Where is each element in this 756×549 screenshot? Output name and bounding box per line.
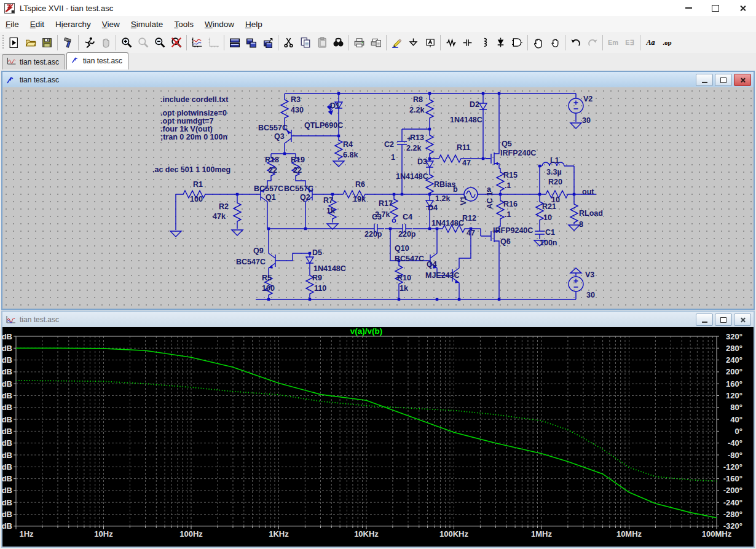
maximize-icon: [712, 5, 719, 12]
menu-edit[interactable]: Edit: [25, 17, 50, 31]
menu-tools[interactable]: Tools: [168, 17, 199, 31]
y-right-tick-label: 120°: [726, 391, 742, 400]
x-tick-label: 100MHz: [702, 529, 732, 539]
y-left-tick-label: 10dB: [2, 438, 12, 448]
toolbar-separator: [527, 35, 528, 50]
menu-view[interactable]: View: [96, 17, 125, 31]
tab-waveform[interactable]: tian test.asc: [2, 54, 65, 69]
close-button[interactable]: [729, 0, 756, 16]
open-icon[interactable]: [22, 34, 39, 52]
component-label: MJE243C: [425, 272, 460, 280]
drag-icon[interactable]: [546, 34, 563, 52]
control-panel-icon[interactable]: [60, 34, 76, 52]
minimize-icon: [702, 322, 707, 323]
y-right-tick-label: 40°: [730, 415, 742, 424]
component-label: 10: [543, 214, 552, 222]
move-icon[interactable]: [530, 34, 546, 52]
component-label: 47k: [213, 213, 226, 221]
component-label: R9: [312, 274, 322, 282]
menu-file[interactable]: File: [0, 17, 25, 31]
component-label: out: [582, 188, 594, 196]
pause-icon[interactable]: [97, 34, 114, 52]
print-icon[interactable]: [351, 34, 368, 52]
print-preview-icon[interactable]: [368, 34, 384, 52]
redo-icon[interactable]: [584, 34, 600, 52]
plot-minimize-button[interactable]: [696, 314, 713, 326]
component-label: 1N4148C: [313, 265, 346, 273]
edit-e1-icon[interactable]: Em: [605, 34, 621, 52]
component-label: L1: [550, 157, 559, 165]
menu-window[interactable]: Window: [199, 17, 240, 31]
tile-vertical-icon[interactable]: [243, 34, 259, 52]
component-label: 430: [291, 106, 304, 114]
save-icon[interactable]: [39, 34, 55, 52]
component-label: BC557C: [258, 124, 288, 132]
component-label: b: [453, 186, 458, 194]
app-titlebar[interactable]: LTspice XVII - tian test.asc: [0, 0, 756, 17]
minimize-button[interactable]: [675, 0, 702, 16]
wire-icon[interactable]: [388, 34, 405, 52]
toolbar-separator: [565, 35, 565, 50]
schematic-minimize-button[interactable]: [696, 74, 713, 86]
schematic-restore-button[interactable]: [715, 74, 732, 86]
text-icon[interactable]: Aa: [642, 34, 659, 52]
paste-icon[interactable]: [313, 34, 330, 52]
tab-schematic[interactable]: tian test.asc: [66, 52, 128, 69]
spice-directive-icon[interactable]: .op: [659, 34, 675, 52]
zoom-in-icon[interactable]: [118, 34, 135, 52]
x-tick-label: 10KHz: [354, 529, 379, 539]
diode-icon[interactable]: [492, 34, 509, 52]
zoom-out-icon[interactable]: [151, 34, 168, 52]
zoom-back-icon[interactable]: [135, 34, 151, 52]
label-icon[interactable]: [422, 34, 438, 52]
maximize-button[interactable]: [702, 0, 729, 16]
menu-hierarchy[interactable]: Hierarchy: [50, 17, 96, 31]
menu-simulate[interactable]: Simulate: [125, 17, 169, 31]
y-right-tick-label: -40°: [728, 438, 742, 448]
zoom-fit-icon[interactable]: [168, 34, 184, 52]
schematic-close-button[interactable]: [734, 74, 751, 86]
cascade-icon[interactable]: [259, 34, 276, 52]
component-label: Q4: [427, 261, 437, 269]
component-label: IRFP9240C: [493, 227, 533, 235]
tab-bar: tian test.asctian test.asc: [0, 53, 756, 69]
axes-icon[interactable]: [205, 34, 222, 52]
tile-horizontal-icon[interactable]: [226, 34, 243, 52]
plot-window-titlebar[interactable]: tian test.asc: [2, 312, 754, 328]
toolbar-separator: [386, 35, 387, 50]
component-label: 1k: [400, 285, 408, 293]
copy-icon[interactable]: [297, 34, 313, 52]
plot-close-button[interactable]: [734, 314, 751, 326]
inductor-icon[interactable]: [476, 34, 492, 52]
resistor-icon[interactable]: [443, 34, 459, 52]
plot-restore-button[interactable]: [715, 314, 732, 326]
menu-help[interactable]: Help: [240, 17, 268, 31]
find-icon[interactable]: [330, 34, 347, 52]
component-label: R13: [410, 134, 424, 142]
y-right-tick-label: -80°: [728, 451, 742, 460]
cut-icon[interactable]: [280, 34, 297, 52]
run-icon[interactable]: [6, 34, 22, 52]
component-label: 22: [293, 167, 302, 175]
component-label: Q10: [395, 245, 409, 253]
y-left-tick-label: 0dB: [2, 451, 12, 460]
x-tick-label: 10MHz: [616, 529, 642, 539]
component-label: D1: [330, 102, 340, 110]
schematic-window-titlebar[interactable]: tian test.asc: [2, 72, 754, 88]
x-tick-label: 100Hz: [179, 529, 203, 539]
plot-pane-icon[interactable]: [189, 34, 205, 52]
component-icon[interactable]: [509, 34, 526, 52]
schematic-canvas[interactable]: .include cordell.txt.opt plotwinsize=0.o…: [2, 87, 754, 309]
component-label: .1: [505, 182, 511, 190]
component-label: 100: [190, 196, 203, 203]
component-label: 1.2k: [435, 195, 450, 203]
plot-canvas[interactable]: 100dB90dB80dB70dB60dB50dB40dB30dB20dB10d…: [2, 327, 754, 547]
halt-icon[interactable]: [81, 34, 97, 52]
capacitor-icon[interactable]: [459, 34, 476, 52]
ltspice-app: { "window": { "title": "LTspice XVII - t…: [0, 0, 756, 549]
ground-icon[interactable]: [405, 34, 422, 52]
app-title: LTspice XVII - tian test.asc: [20, 4, 113, 13]
edit-e2-icon[interactable]: E∃: [621, 34, 638, 52]
undo-icon[interactable]: [567, 34, 584, 52]
component-label: 110: [314, 285, 326, 293]
